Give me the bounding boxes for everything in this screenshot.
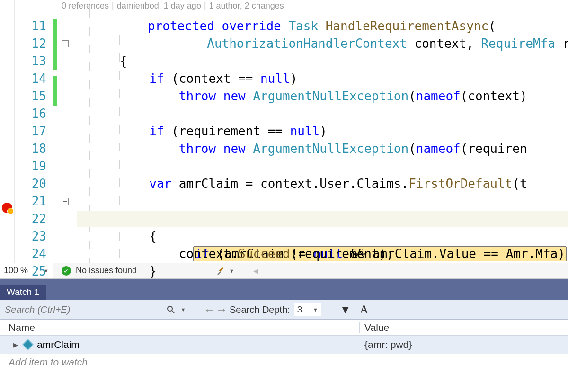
watch-var-name: amrClaim xyxy=(37,339,80,350)
line-number: 17 xyxy=(16,123,53,140)
tab-watch1[interactable]: Watch 1 xyxy=(0,285,46,300)
add-watch-input[interactable]: Add item to watch xyxy=(0,354,568,371)
line-number: 24 xyxy=(16,245,53,263)
chevron-down-icon: ▼ xyxy=(313,307,318,312)
code-line: if (requirement == null) xyxy=(90,123,568,140)
code-line: throw new ArgumentNullException(nameof(c… xyxy=(90,88,568,105)
arrow-left-icon[interactable]: ← xyxy=(203,303,215,316)
arrow-right-icon[interactable]: → xyxy=(215,303,228,316)
watch-grid-header: Name Value xyxy=(0,320,568,336)
code-line xyxy=(90,193,568,210)
search-depth-dropdown[interactable]: 3 ▼ xyxy=(294,303,321,316)
watch-var-value: {amr: pwd} xyxy=(360,339,568,350)
fold-toggle-icon[interactable] xyxy=(62,40,69,47)
change-added-icon xyxy=(53,76,57,106)
expand-icon[interactable]: ▶ xyxy=(13,341,19,348)
line-number: 21 xyxy=(16,193,53,210)
code-line: if (amrClaim != null && amrClaim.Value =… xyxy=(90,210,568,228)
line-number: 12 xyxy=(16,35,53,53)
watch-search-input[interactable] xyxy=(4,303,165,317)
line-number: 18 xyxy=(16,140,53,158)
fold-toggle-icon[interactable] xyxy=(62,198,69,205)
code-line xyxy=(90,105,568,123)
search-icon[interactable] xyxy=(165,303,177,316)
code-line: } xyxy=(90,263,568,280)
watch-toolbar: ▼ ← → Search Depth: 3 ▼ ▼ A xyxy=(0,300,568,320)
text-format-icon[interactable]: A xyxy=(360,303,369,317)
line-number: 20 xyxy=(16,175,53,193)
line-number: 23 xyxy=(16,228,53,245)
line-number: 13 xyxy=(16,53,53,70)
variable-icon xyxy=(22,339,34,350)
glyph-margin xyxy=(0,0,15,263)
code-line: protected override Task HandleRequiremen… xyxy=(90,18,568,35)
change-indicator-gutter xyxy=(53,0,60,263)
column-header-value[interactable]: Value xyxy=(360,322,568,333)
watch-panel-tabs: Watch 1 xyxy=(0,285,568,300)
code-editor[interactable]: 11 12 13 14 15 16 17 18 19 20 21 22 23 2… xyxy=(0,0,568,263)
svg-point-1 xyxy=(168,306,172,311)
search-depth-value: 3 xyxy=(297,304,302,315)
code-line: AuthorizationHandlerContext context, Req… xyxy=(90,35,568,53)
current-line-highlight xyxy=(77,211,568,227)
line-number: 15 xyxy=(16,88,53,105)
filter-icon[interactable]: ▼ xyxy=(340,303,351,316)
code-line xyxy=(90,158,568,175)
line-number: 19 xyxy=(16,158,53,175)
column-header-name[interactable]: Name xyxy=(0,322,360,333)
check-icon: ✓ xyxy=(62,266,71,276)
line-number-gutter: 11 12 13 14 15 16 17 18 19 20 21 22 23 2… xyxy=(16,0,53,263)
line-number: 11 xyxy=(16,18,53,35)
code-line: var amrClaim = context.User.Claims.First… xyxy=(90,175,568,193)
line-number: 22 xyxy=(16,210,53,228)
watch-grid[interactable]: Name Value ▶ amrClaim {amr: pwd} Add ite… xyxy=(0,320,568,371)
line-number: 25 xyxy=(16,263,53,280)
code-line: context.Succeed(requirement); xyxy=(90,245,568,263)
code-content[interactable]: protected override Task HandleRequiremen… xyxy=(90,0,568,263)
code-line: if (context == null) xyxy=(90,70,568,88)
folding-gutter[interactable] xyxy=(60,0,72,263)
line-number: 16 xyxy=(16,105,53,123)
watch-row[interactable]: ▶ amrClaim {amr: pwd} xyxy=(0,336,568,354)
chevron-down-icon[interactable]: ▼ xyxy=(177,303,189,316)
search-depth-label: Search Depth: xyxy=(230,304,290,315)
change-added-icon xyxy=(53,19,57,70)
code-line: { xyxy=(90,228,568,245)
svg-line-2 xyxy=(172,311,174,313)
line-number: 14 xyxy=(16,70,53,88)
code-line: throw new ArgumentNullException(nameof(r… xyxy=(90,140,568,158)
breakpoint-icon[interactable] xyxy=(2,203,12,213)
code-line: { xyxy=(90,53,568,70)
